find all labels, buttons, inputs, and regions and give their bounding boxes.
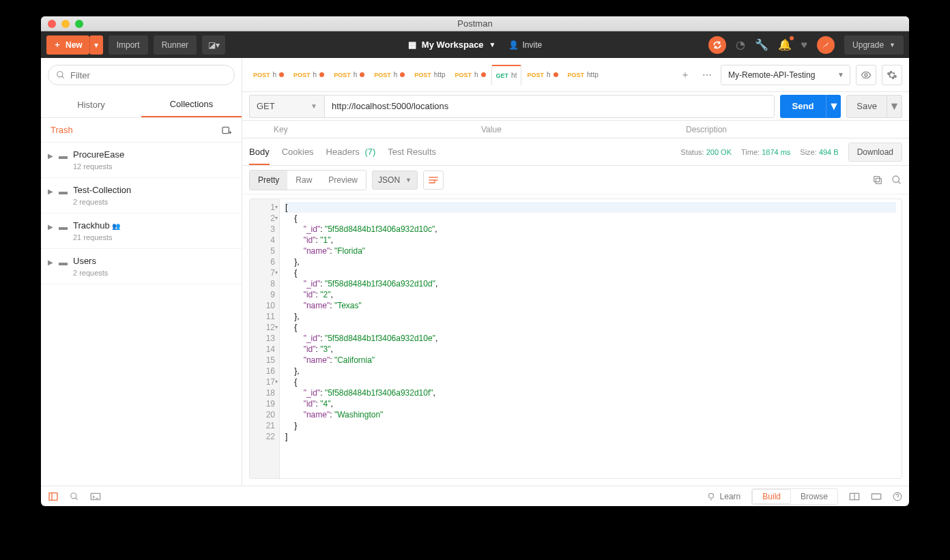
upgrade-button[interactable]: Upgrade ▼ bbox=[844, 35, 904, 55]
headers-count: (7) bbox=[364, 147, 375, 157]
tab-body[interactable]: Body bbox=[249, 140, 270, 165]
person-add-icon: 👤 bbox=[508, 40, 519, 50]
collection-item[interactable]: ▶ ▬ Test-Collection 2 requests bbox=[41, 178, 242, 213]
collection-item[interactable]: ▶ ▬ Trackhub 👥 21 requests bbox=[41, 213, 242, 249]
new-window-button[interactable]: ◪▾ bbox=[202, 35, 225, 55]
status-value: 200 OK bbox=[706, 148, 732, 156]
collection-item[interactable]: ▶ ▬ ProcureEase 12 requests bbox=[41, 143, 242, 178]
import-button[interactable]: Import bbox=[109, 35, 148, 55]
unsaved-dot-icon bbox=[553, 72, 558, 77]
console-icon[interactable] bbox=[90, 492, 101, 501]
time-label: Time: bbox=[741, 148, 760, 156]
tab-method: POST bbox=[334, 72, 351, 78]
main-top-row: POST h POST h POST h POST h POST http PO… bbox=[242, 58, 909, 92]
wrench-icon[interactable]: 🔧 bbox=[755, 38, 768, 51]
svg-line-11 bbox=[898, 181, 900, 183]
main-panel: POST h POST h POST h POST h POST http PO… bbox=[242, 58, 909, 486]
tab-method: POST bbox=[374, 72, 391, 78]
tab-history[interactable]: History bbox=[41, 92, 141, 117]
bootcamp-icon[interactable] bbox=[817, 36, 835, 54]
status-info: Status: 200 OK Time: 1874 ms Size: 494 B… bbox=[680, 143, 902, 162]
search-response-icon[interactable] bbox=[891, 175, 902, 186]
sidebar-toggle-icon[interactable] bbox=[48, 491, 59, 502]
unsaved-dot-icon bbox=[279, 72, 284, 77]
keyboard-icon[interactable] bbox=[871, 492, 882, 501]
view-pretty[interactable]: Pretty bbox=[250, 171, 287, 190]
runner-button[interactable]: Runner bbox=[154, 35, 197, 55]
collection-item[interactable]: ▶ ▬ Users 2 requests bbox=[41, 249, 242, 284]
save-dropdown[interactable]: ▼ bbox=[887, 95, 902, 118]
invite-button[interactable]: 👤 Invite bbox=[508, 40, 543, 50]
tab-method: POST bbox=[414, 72, 431, 78]
two-pane-icon[interactable] bbox=[849, 492, 860, 501]
build-tab[interactable]: Build bbox=[752, 489, 791, 504]
format-select[interactable]: JSON ▼ bbox=[372, 171, 418, 190]
url-input[interactable] bbox=[324, 95, 775, 118]
workspace-selector[interactable]: ▦ My Workspace ▼ bbox=[408, 40, 496, 50]
save-button[interactable]: Save bbox=[846, 95, 887, 118]
send-button[interactable]: Send bbox=[780, 95, 826, 118]
collection-sub: 21 requests bbox=[73, 233, 120, 241]
trash-row[interactable]: Trash bbox=[41, 118, 242, 143]
bell-icon[interactable]: 🔔 bbox=[778, 38, 792, 51]
help-icon[interactable] bbox=[893, 492, 902, 501]
request-tab[interactable]: POST h bbox=[370, 65, 409, 85]
view-preview[interactable]: Preview bbox=[320, 171, 366, 190]
collection-sub: 2 requests bbox=[73, 198, 131, 206]
new-tab-button[interactable]: ＋ bbox=[677, 67, 693, 83]
browse-tab[interactable]: Browse bbox=[791, 489, 837, 504]
tab-headers[interactable]: Headers (7) bbox=[326, 140, 376, 164]
content: History Collections Trash ▶ ▬ ProcureEas… bbox=[41, 58, 909, 486]
svg-point-10 bbox=[893, 176, 899, 182]
view-raw[interactable]: Raw bbox=[287, 171, 320, 190]
heart-icon[interactable]: ♥ bbox=[801, 39, 808, 51]
chevron-down-icon: ▼ bbox=[889, 42, 895, 48]
request-tab[interactable]: POST h bbox=[330, 65, 369, 85]
svg-line-1 bbox=[62, 76, 64, 78]
find-icon[interactable] bbox=[70, 492, 79, 501]
chevron-right-icon: ▶ bbox=[48, 188, 53, 195]
request-tab[interactable]: POST h bbox=[451, 65, 490, 85]
new-collection-icon[interactable] bbox=[221, 125, 232, 136]
collection-name: ProcureEase bbox=[73, 149, 124, 160]
tab-collections[interactable]: Collections bbox=[141, 92, 242, 117]
collections-list: ▶ ▬ ProcureEase 12 requests▶ ▬ Test-Coll… bbox=[41, 143, 242, 284]
response-tabs: Body Cookies Headers (7) Test Results St… bbox=[242, 138, 909, 166]
sync-icon[interactable] bbox=[708, 36, 726, 54]
new-dropdown[interactable]: ▾ bbox=[89, 35, 103, 55]
svg-rect-8 bbox=[876, 178, 881, 183]
satellite-icon[interactable]: ◔ bbox=[736, 38, 745, 51]
request-tab[interactable]: GET ht bbox=[491, 65, 522, 85]
request-tab[interactable]: POST h bbox=[523, 65, 562, 85]
request-tabs: POST h POST h POST h POST h POST http PO… bbox=[249, 65, 672, 85]
filter-input[interactable] bbox=[48, 65, 235, 85]
sidebar: History Collections Trash ▶ ▬ ProcureEas… bbox=[41, 58, 242, 486]
request-tab[interactable]: POST http bbox=[410, 65, 449, 85]
response-body[interactable]: 12345678910111213141516171819202122 [ { … bbox=[249, 198, 902, 479]
download-button[interactable]: Download bbox=[848, 143, 902, 162]
request-tab[interactable]: POST h bbox=[249, 65, 288, 85]
new-button[interactable]: ＋ New bbox=[46, 35, 89, 55]
method-select[interactable]: GET ▼ bbox=[249, 95, 324, 118]
wrap-lines-button[interactable] bbox=[423, 171, 444, 190]
tab-cookies[interactable]: Cookies bbox=[282, 140, 314, 164]
bootcamp-bulb-icon[interactable]: Learn bbox=[706, 492, 741, 501]
close-window-icon[interactable] bbox=[48, 20, 56, 28]
request-tab[interactable]: POST h bbox=[289, 65, 328, 85]
environment-select[interactable]: My-Remote-API-Testing ▼ bbox=[721, 65, 850, 85]
minimize-window-icon[interactable] bbox=[61, 20, 70, 28]
tab-method: POST bbox=[253, 72, 270, 78]
tab-overflow-button[interactable]: ⋯ bbox=[699, 67, 715, 83]
settings-button[interactable] bbox=[882, 65, 902, 85]
chevron-right-icon: ▶ bbox=[48, 152, 53, 160]
size-label: Size: bbox=[800, 148, 816, 156]
send-dropdown[interactable]: ▼ bbox=[826, 95, 841, 118]
folder-icon: ▬ bbox=[59, 186, 68, 196]
tab-method: POST bbox=[527, 72, 544, 78]
request-tab[interactable]: POST http bbox=[564, 65, 603, 85]
environment-preview-button[interactable] bbox=[856, 65, 876, 85]
headers-label: Headers bbox=[326, 147, 360, 157]
copy-icon[interactable] bbox=[872, 175, 883, 186]
tab-test-results[interactable]: Test Results bbox=[388, 140, 436, 164]
maximize-window-icon[interactable] bbox=[75, 20, 83, 28]
